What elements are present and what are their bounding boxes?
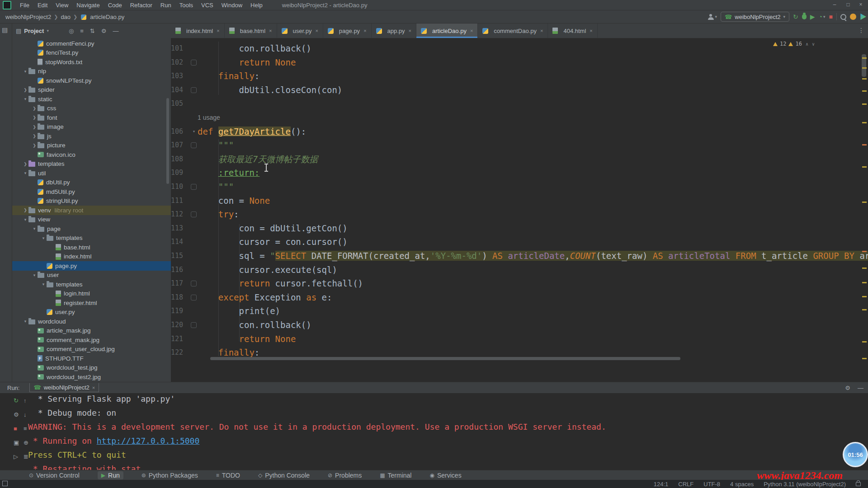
code-line[interactable]: 115 sql = "SELECT DATE_FORMAT(created_at… xyxy=(171,249,868,263)
tree-item-view[interactable]: ▾view xyxy=(12,215,171,225)
run-action-icon-3[interactable]: ▣ xyxy=(14,439,19,446)
tree-item-page-py[interactable]: page.py xyxy=(12,261,171,271)
menu-item-refactor[interactable]: Refactor xyxy=(126,2,156,9)
statusbar-button-services[interactable]: ◉Services xyxy=(429,472,461,479)
run-configuration-select[interactable]: ☎ weiboNlpProject2 ▾ xyxy=(721,12,789,22)
statusbar-button-version-control[interactable]: ⊙Version Control xyxy=(29,472,80,479)
statusbar-button-python-console[interactable]: ◇Python Console xyxy=(258,472,310,479)
close-icon[interactable]: × xyxy=(540,28,543,33)
menu-item-run[interactable]: Run xyxy=(156,2,175,9)
collapsed-arrow-icon[interactable]: ❯ xyxy=(22,208,28,212)
project-header-action-icon[interactable]: ≡ xyxy=(80,28,84,34)
usage-hint[interactable]: 1 usage xyxy=(198,111,220,124)
tree-item-md5util-py[interactable]: md5Util.py xyxy=(12,187,171,197)
code-line[interactable]: 107 """ xyxy=(171,138,868,152)
search-everywhere-button[interactable] xyxy=(840,14,846,20)
tree-item-article-mask-jpg[interactable]: article_mask.jpg xyxy=(12,326,171,336)
collapsed-arrow-icon[interactable]: ❯ xyxy=(31,125,38,129)
code-line[interactable]: 104 dbUtil.closeCon(con) xyxy=(171,83,868,97)
tree-item-user-py[interactable]: user.py xyxy=(12,308,171,317)
close-icon[interactable]: × xyxy=(217,28,219,33)
horizontal-scrollbar[interactable] xyxy=(210,357,680,360)
tree-item-venv[interactable]: ❯venvlibrary root xyxy=(12,206,171,215)
menu-item-window[interactable]: Window xyxy=(217,2,246,9)
close-icon[interactable]: × xyxy=(470,28,473,33)
tree-item-dbutil-py[interactable]: dbUtil.py xyxy=(12,178,171,188)
statusbar-button-todo[interactable]: ≡TODO xyxy=(216,472,240,479)
restore-button[interactable]: □ xyxy=(842,0,854,10)
code-line[interactable]: 102 return None xyxy=(171,56,868,69)
tree-item-wordcloud-test-jpg[interactable]: wordcloud_test.jpg xyxy=(12,363,171,373)
tree-item-sthupo-ttf[interactable]: FSTHUPO.TTF xyxy=(12,354,171,363)
code-line[interactable]: 117 return cursor.fetchall() xyxy=(171,277,868,290)
tree-item-page[interactable]: ▾page xyxy=(12,224,171,234)
code-line[interactable]: 108 获取最近7天微博帖子数据 xyxy=(171,152,868,166)
tab-options-icon[interactable]: ⋮ xyxy=(858,27,864,34)
tab-404-html[interactable]: 404.html× xyxy=(548,23,597,38)
console-action-icon-0[interactable]: ↑ xyxy=(24,397,27,404)
settings-gear-icon[interactable]: ⚙ xyxy=(845,385,850,391)
close-icon[interactable]: × xyxy=(315,28,318,33)
code-line[interactable]: 110 """ xyxy=(171,180,868,193)
statusbar-button-run[interactable]: ▶Run xyxy=(98,471,123,479)
tree-item-nlp[interactable]: ▾nlp xyxy=(12,67,171,76)
expanded-arrow-icon[interactable]: ▾ xyxy=(22,69,28,74)
tree-item-register-html[interactable]: register.html xyxy=(12,298,171,308)
collapsed-arrow-icon[interactable]: ❯ xyxy=(22,162,28,166)
expanded-arrow-icon[interactable]: ▾ xyxy=(40,282,47,286)
gutter-marker-icon[interactable] xyxy=(191,281,197,286)
project-header-action-icon[interactable]: ⇅ xyxy=(90,28,95,34)
code-editor[interactable]: 12 16 ∧ ∨ 101 con.rollback()102 return N… xyxy=(171,38,868,382)
code-line[interactable]: 105 xyxy=(171,97,868,110)
code-line[interactable]: 120 con.rollback() xyxy=(171,318,868,332)
code-line[interactable]: 114 cursor = con.cursor() xyxy=(171,235,868,249)
code-line[interactable]: 111 con = None xyxy=(171,194,868,207)
expanded-arrow-icon[interactable]: ▾ xyxy=(31,226,38,231)
minimize-button[interactable]: – xyxy=(828,0,841,10)
tree-item-favicon-ico[interactable]: favicon.ico xyxy=(12,150,171,160)
run-action-icon-4[interactable]: ▷ xyxy=(14,453,18,460)
fold-arrow-icon[interactable]: ▾ xyxy=(191,125,197,138)
gutter-marker-icon[interactable] xyxy=(191,87,197,93)
run-action-icon-1[interactable]: ⚙ xyxy=(14,411,19,418)
collapsed-arrow-icon[interactable]: ❯ xyxy=(31,106,38,111)
tree-item-templates[interactable]: ▾templates xyxy=(12,280,171,289)
debug-button[interactable] xyxy=(802,14,807,19)
code-line[interactable]: 116 cursor.execute(sql) xyxy=(171,263,868,277)
lock-icon[interactable] xyxy=(856,482,861,486)
gutter-marker-icon[interactable] xyxy=(191,184,197,190)
collapsed-arrow-icon[interactable]: ❯ xyxy=(31,134,38,138)
hide-panel-icon[interactable]: — xyxy=(858,385,863,391)
code-line[interactable]: 103 finally: xyxy=(171,69,868,83)
collapsed-arrow-icon[interactable]: ❯ xyxy=(22,88,28,92)
tab-page-py[interactable]: page.py× xyxy=(323,23,372,38)
expanded-arrow-icon[interactable]: ▾ xyxy=(22,97,28,101)
tree-item-font[interactable]: ❯font xyxy=(12,113,171,122)
notification-badge[interactable] xyxy=(850,14,856,20)
expanded-arrow-icon[interactable]: ▾ xyxy=(40,236,47,240)
statusbar-button-python-packages[interactable]: ⊚Python Packages xyxy=(142,472,198,479)
menu-item-vcs[interactable]: VCS xyxy=(197,2,217,9)
code-line[interactable]: 112 try: xyxy=(171,207,868,221)
tab-index-html[interactable]: index.html× xyxy=(171,23,225,38)
run-action-icon-2[interactable]: ■ xyxy=(14,425,17,432)
profiler-button[interactable]: ◔▾ xyxy=(819,14,826,20)
gutter-marker-icon[interactable] xyxy=(191,142,197,148)
tab-app-py[interactable]: app.py× xyxy=(372,23,416,38)
tab-commentdao-py[interactable]: commentDao.py× xyxy=(478,23,548,38)
tree-item-static[interactable]: ▾static xyxy=(12,94,171,104)
tree-item-picture[interactable]: ❯picture xyxy=(12,141,171,150)
status-info-item[interactable]: UTF-8 xyxy=(703,481,720,488)
tree-item-wordcloud[interactable]: ▾wordcloud xyxy=(12,317,171,326)
breadcrumb-item[interactable]: weiboNlpProject2 xyxy=(4,14,53,20)
run-action-icon-0[interactable]: ↻ xyxy=(14,397,19,404)
code-line[interactable]: 119 print(e) xyxy=(171,304,868,318)
collapsed-arrow-icon[interactable]: ❯ xyxy=(31,143,38,148)
tree-item-user[interactable]: ▾user xyxy=(12,271,171,280)
breadcrumb-item[interactable]: dao xyxy=(59,14,72,20)
expanded-arrow-icon[interactable]: ▾ xyxy=(31,273,38,277)
project-tool-icon[interactable]: ▤ xyxy=(2,26,8,33)
console-action-icon-1[interactable]: ↓ xyxy=(24,411,27,418)
tree-item-util[interactable]: ▾util xyxy=(12,169,171,178)
console-action-icon-2[interactable]: ≡ xyxy=(24,425,27,432)
